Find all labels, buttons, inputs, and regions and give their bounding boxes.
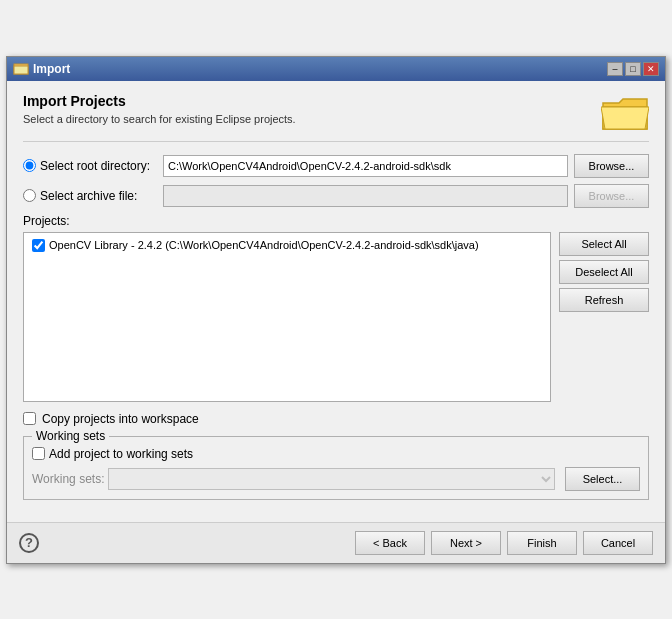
working-sets-input-row: Working sets: Select... xyxy=(32,467,640,491)
project-checkbox[interactable] xyxy=(32,239,45,252)
minimize-button[interactable]: – xyxy=(607,62,623,76)
project-label: OpenCV Library - 2.4.2 (C:\Work\OpenCV4A… xyxy=(49,239,479,251)
copy-projects-row: Copy projects into workspace xyxy=(23,412,649,426)
archive-file-input[interactable] xyxy=(163,185,568,207)
page-title: Import Projects xyxy=(23,93,296,109)
svg-rect-1 xyxy=(14,66,28,74)
title-bar-left: Import xyxy=(13,61,70,77)
copy-projects-checkbox[interactable] xyxy=(23,412,36,425)
select-working-sets-button[interactable]: Select... xyxy=(565,467,640,491)
add-to-working-sets-label: Add project to working sets xyxy=(49,447,193,461)
working-sets-group: Working sets Add project to working sets… xyxy=(23,436,649,500)
maximize-button[interactable]: □ xyxy=(625,62,641,76)
title-text: Import xyxy=(33,62,70,76)
select-all-button[interactable]: Select All xyxy=(559,232,649,256)
finish-button[interactable]: Finish xyxy=(507,531,577,555)
cancel-button[interactable]: Cancel xyxy=(583,531,653,555)
projects-list[interactable]: OpenCV Library - 2.4.2 (C:\Work\OpenCV4A… xyxy=(23,232,551,402)
back-button[interactable]: < Back xyxy=(355,531,425,555)
next-button[interactable]: Next > xyxy=(431,531,501,555)
browse-root-button[interactable]: Browse... xyxy=(574,154,649,178)
header-section: Import Projects Select a directory to se… xyxy=(23,93,649,142)
title-bar-controls: – □ ✕ xyxy=(607,62,659,76)
page-subtitle: Select a directory to search for existin… xyxy=(23,113,296,125)
projects-label: Projects: xyxy=(23,214,649,228)
svg-marker-4 xyxy=(601,107,649,129)
folder-icon xyxy=(601,93,649,133)
projects-buttons: Select All Deselect All Refresh xyxy=(559,232,649,402)
working-sets-label: Working sets: xyxy=(32,472,104,486)
archive-file-radio-label[interactable]: Select archive file: xyxy=(23,189,163,203)
footer-bar: ? < Back Next > Finish Cancel xyxy=(7,522,665,563)
working-sets-inner: Add project to working sets Working sets… xyxy=(32,443,640,491)
root-directory-row: Select root directory: Browse... xyxy=(23,154,649,178)
root-directory-radio[interactable] xyxy=(23,159,36,172)
root-directory-radio-label[interactable]: Select root directory: xyxy=(23,159,163,173)
add-to-working-sets-row: Add project to working sets xyxy=(32,447,640,461)
main-content: Import Projects Select a directory to se… xyxy=(7,81,665,522)
help-icon[interactable]: ? xyxy=(19,533,39,553)
header-text: Import Projects Select a directory to se… xyxy=(23,93,296,125)
add-to-working-sets-checkbox[interactable] xyxy=(32,447,45,460)
browse-archive-button[interactable]: Browse... xyxy=(574,184,649,208)
copy-projects-label: Copy projects into workspace xyxy=(42,412,199,426)
import-icon xyxy=(13,61,29,77)
import-dialog: Import – □ ✕ Import Projects Select a di… xyxy=(6,56,666,564)
footer-buttons: < Back Next > Finish Cancel xyxy=(355,531,653,555)
refresh-button[interactable]: Refresh xyxy=(559,288,649,312)
list-item: OpenCV Library - 2.4.2 (C:\Work\OpenCV4A… xyxy=(28,237,546,254)
footer-left: ? xyxy=(19,533,39,553)
title-bar: Import – □ ✕ xyxy=(7,57,665,81)
archive-file-radio[interactable] xyxy=(23,189,36,202)
projects-section: OpenCV Library - 2.4.2 (C:\Work\OpenCV4A… xyxy=(23,232,649,402)
working-sets-legend: Working sets xyxy=(32,429,109,443)
close-button[interactable]: ✕ xyxy=(643,62,659,76)
archive-file-row: Select archive file: Browse... xyxy=(23,184,649,208)
deselect-all-button[interactable]: Deselect All xyxy=(559,260,649,284)
working-sets-select[interactable] xyxy=(108,468,555,490)
root-directory-input[interactable] xyxy=(163,155,568,177)
